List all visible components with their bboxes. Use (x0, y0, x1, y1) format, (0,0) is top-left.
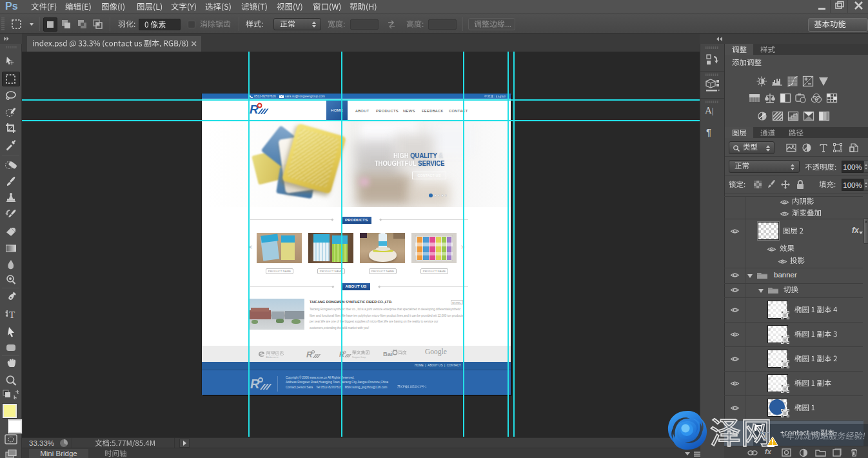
svg-text:Bai: Bai (383, 350, 393, 357)
svg-text:T: T (9, 310, 15, 320)
